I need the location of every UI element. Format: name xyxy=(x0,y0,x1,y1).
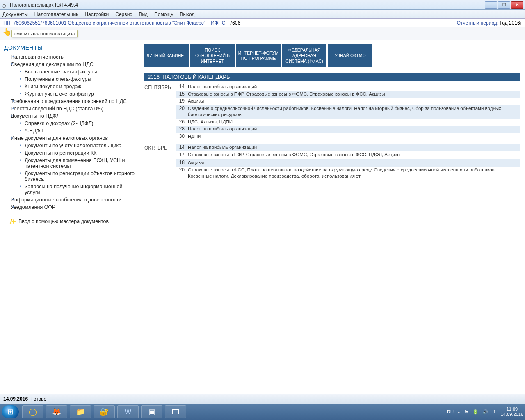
calendar-row[interactable]: 14Налог на прибыль организаций xyxy=(176,83,520,91)
tray-lang[interactable]: RU xyxy=(447,409,454,414)
day-text: Акцизы xyxy=(188,160,520,166)
card-fias[interactable]: ФЕДЕРАЛЬНАЯ АДРЕСНАЯ СИСТЕМА (ФИАС) xyxy=(282,44,326,67)
menu-documents[interactable]: Документы xyxy=(2,11,28,17)
tray-sound-icon[interactable]: 🔊 xyxy=(482,409,488,415)
day-text: НДС, Акцизы, НДПИ xyxy=(188,119,520,126)
calendar-row[interactable]: 18Акцизы xyxy=(176,159,520,167)
sidebar-heading: ДОКУМЕНТЫ xyxy=(4,44,135,51)
menu-service[interactable]: Сервис xyxy=(115,11,132,17)
tree-node[interactable]: Реестры сведений по НДС (ставка 0%) xyxy=(2,105,137,112)
card-personal-cabinet[interactable]: ЛИЧНЫЙ КАБИНЕТ xyxy=(144,44,189,67)
calendar-row[interactable]: 20Сведения о среднесписочной численности… xyxy=(176,105,520,119)
window-title: Налогоплательщик ЮЛ 4.49.4 xyxy=(10,2,485,8)
taskbar-app2[interactable]: ▣ xyxy=(141,405,162,418)
day-number: 28 xyxy=(176,126,188,132)
tree-node[interactable]: Сведения для декларации по НДС xyxy=(2,61,137,68)
tree-node[interactable]: Документы для применения ЕСХН, УСН и пат… xyxy=(2,157,137,170)
menubar: Документы Налогоплательщик Настройки Сер… xyxy=(0,10,525,19)
tree-node[interactable]: Документы по регистрации объектов игорно… xyxy=(2,170,137,183)
tree-node[interactable]: Налоговая отчетность xyxy=(2,53,137,61)
tree-node[interactable]: Документы по учету налогоплательщика xyxy=(2,142,137,149)
tree-node[interactable]: Журнал учета счетов-фактур xyxy=(2,90,137,98)
taskbar-explorer[interactable]: 📁 xyxy=(70,405,91,418)
day-number: 15 xyxy=(176,91,188,97)
tree-node[interactable]: Документы по регистрации ККТ xyxy=(2,149,137,157)
menu-help[interactable]: Помощь xyxy=(154,11,173,17)
tooltip-bar: 👆 сменить налогоплательщика xyxy=(0,27,525,40)
calendar-row[interactable]: 20Страховые взносы в ФСС, Плата за негат… xyxy=(176,167,520,180)
taskbar-app3[interactable]: 🗔 xyxy=(165,405,186,418)
minimize-button[interactable]: — xyxy=(485,1,497,9)
tray-up-icon[interactable]: ▴ xyxy=(458,409,460,415)
taskbar-chrome[interactable]: ◯ xyxy=(22,405,43,418)
day-text: Налог на прибыль организаций xyxy=(188,126,520,132)
wizard-label: Ввод с помощью мастера документов xyxy=(18,219,109,224)
ifns-value: 7606 xyxy=(229,20,240,26)
day-number: 19 xyxy=(176,98,188,104)
day-text: Акцизы xyxy=(188,98,520,105)
tree-node[interactable]: Иные документы для налоговых органов xyxy=(2,135,137,142)
close-button[interactable]: ✕ xyxy=(511,1,523,9)
tray-flag-icon[interactable]: ⚑ xyxy=(464,409,468,415)
calendar-row[interactable]: 28Налог на прибыль организаций xyxy=(176,126,520,133)
wizard-icon: ✨ xyxy=(9,218,16,225)
ifns-label-link[interactable]: ИФНС: xyxy=(211,20,226,26)
period-label-link[interactable]: Отчетный период: xyxy=(457,20,498,26)
tree-node[interactable]: Справки о доходах (2-НДФЛ) xyxy=(2,120,137,127)
day-text: Налог на прибыль организаций xyxy=(188,84,520,90)
day-text: Налог на прибыль организаций xyxy=(188,144,520,151)
calendar-row[interactable]: 17Страховые взносы в ПФР, Страховые взно… xyxy=(176,151,520,159)
tray-battery-icon[interactable]: 🔋 xyxy=(472,409,478,415)
calendar-header: 2016 НАЛОГОВЫЙ КАЛЕНДАРЬ xyxy=(144,73,520,81)
month-label: ОКТЯБРЬ xyxy=(144,144,176,180)
tree-node[interactable]: Уведомления ОФР xyxy=(2,203,137,211)
taskbar-firefox[interactable]: 🦊 xyxy=(46,405,67,418)
card-oktmo[interactable]: УЗНАЙ ОКТМО xyxy=(328,44,372,67)
np-value-link[interactable]: 7606062551/760601001 Общество с ограниче… xyxy=(13,20,205,26)
tax-calendar: СЕНТЯБРЬ14Налог на прибыль организаций15… xyxy=(144,83,520,180)
tree-node[interactable]: Требования о представлении пояснений по … xyxy=(2,98,137,105)
maximize-button[interactable]: ❐ xyxy=(498,1,510,9)
day-number: 20 xyxy=(176,167,188,173)
calendar-row[interactable]: 19Акцизы xyxy=(176,98,520,105)
day-number: 14 xyxy=(176,144,188,150)
tree-node[interactable]: Запросы на получение информационной услу… xyxy=(2,183,137,196)
quick-cards: ЛИЧНЫЙ КАБИНЕТ ПОИСК ОБНОВЛЕНИЙ В ИНТЕРН… xyxy=(144,44,520,67)
np-label-link[interactable]: НП: xyxy=(3,20,12,26)
day-number: 26 xyxy=(176,119,188,125)
status-date: 14.09.2016 xyxy=(3,396,28,402)
day-number: 30 xyxy=(176,133,188,139)
calendar-row[interactable]: 26НДС, Акцизы, НДПИ xyxy=(176,119,520,126)
calendar-row[interactable]: 30НДПИ xyxy=(176,133,520,140)
card-check-updates[interactable]: ПОИСК ОБНОВЛЕНИЙ В ИНТЕРНЕТ xyxy=(190,44,235,67)
tree-node[interactable]: Выставленные счета-фактуры xyxy=(2,68,137,75)
tree-node[interactable]: 6-НДФЛ xyxy=(2,127,137,135)
card-forum[interactable]: ИНТЕРНЕТ-ФОРУМ ПО ПРОГРАММЕ xyxy=(236,44,281,67)
day-text: Страховые взносы в ПФР, Страховые взносы… xyxy=(188,152,520,158)
app-icon: ◇ xyxy=(2,2,7,8)
start-button[interactable]: ⊞ xyxy=(2,405,19,418)
tree-node[interactable]: Документы по НДФЛ xyxy=(2,112,137,120)
calendar-row[interactable]: 14Налог на прибыль организаций xyxy=(176,144,520,151)
menu-settings[interactable]: Настройки xyxy=(84,11,109,17)
menu-taxpayer[interactable]: Налогоплательщик xyxy=(34,11,78,17)
month-label: СЕНТЯБРЬ xyxy=(144,83,176,140)
taskbar-app1[interactable]: 🔐 xyxy=(94,405,115,418)
tree-node[interactable]: Книги покупок и продаж xyxy=(2,83,137,90)
menu-view[interactable]: Вид xyxy=(139,11,148,17)
day-number: 17 xyxy=(176,152,188,158)
day-text: Сведения о среднесписочной численности р… xyxy=(188,105,520,118)
day-number: 18 xyxy=(176,160,188,165)
taskbar-word[interactable]: W xyxy=(117,405,139,418)
windows-taskbar: ⊞ ◯ 🦊 📁 🔐 W ▣ 🗔 RU ▴ ⚑ 🔋 🔊 🖧 11:09 14.09… xyxy=(0,404,525,420)
status-msg: Готово xyxy=(31,396,46,402)
tree-node[interactable]: Информационные сообщения о доверенности xyxy=(2,196,137,203)
tray-network-icon[interactable]: 🖧 xyxy=(492,409,497,414)
calendar-row[interactable]: 15Страховые взносы в ПФР, Страховые взно… xyxy=(176,91,520,98)
menu-exit[interactable]: Выход xyxy=(180,11,194,17)
tray-clock[interactable]: 11:09 14.09.2016 xyxy=(501,406,523,417)
tree-node[interactable]: Полученные счета-фактуры xyxy=(2,75,137,83)
wizard-link[interactable]: ✨ Ввод с помощью мастера документов xyxy=(2,218,137,225)
documents-sidebar: ДОКУМЕНТЫ Налоговая отчетностьСведения д… xyxy=(0,40,139,394)
day-text: Страховые взносы в ПФР, Страховые взносы… xyxy=(188,91,520,98)
